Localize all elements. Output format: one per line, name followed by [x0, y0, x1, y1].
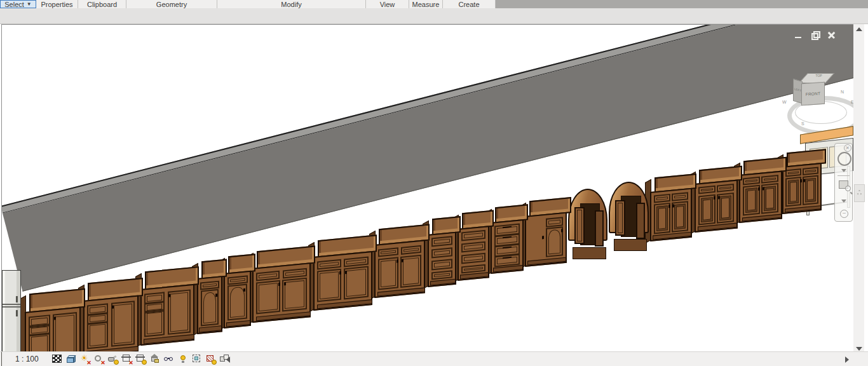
cabinet-drawer-door-base[interactable]	[140, 267, 194, 347]
cabinet-double-door-base[interactable]	[313, 235, 372, 312]
scroll-down-icon[interactable]	[856, 347, 862, 351]
cabinet-panel	[53, 312, 77, 351]
show-crop-region-icon[interactable]	[135, 353, 147, 365]
cabinet-front	[313, 251, 372, 311]
curved-cabinet-door	[615, 200, 625, 236]
cabinet-front	[491, 219, 524, 274]
cabinet-panel	[87, 320, 108, 348]
cabinet-panel	[378, 247, 398, 257]
wheel-options-chevron-down-icon[interactable]	[841, 169, 846, 172]
ribbon-panel-label: Geometry	[156, 1, 187, 8]
cabinet-raised-panel-double-base[interactable]	[782, 149, 822, 215]
minimize-icon[interactable]	[794, 31, 803, 39]
cabinet-panel	[401, 245, 422, 255]
cabinet-panel	[803, 167, 818, 175]
cabinet-raised-panel-double-base[interactable]	[739, 158, 782, 225]
view-window-controls	[794, 31, 836, 39]
cabinet-panel	[400, 255, 421, 288]
ribbon-panel-geometry[interactable]: Geometry	[126, 0, 217, 8]
cabinet-panel	[743, 177, 760, 185]
cabinet-panel	[168, 290, 191, 336]
cabinet-narrow-door-base[interactable]	[197, 259, 222, 336]
detail-level-icon[interactable]	[51, 353, 63, 365]
zoom-region-icon[interactable]	[839, 180, 848, 189]
reveal-hidden-elements-icon[interactable]	[177, 353, 189, 365]
cabinet-front	[525, 212, 567, 267]
scroll-left-icon[interactable]	[226, 356, 230, 363]
cabinet-raised-panel-double-base[interactable]	[695, 166, 738, 234]
ribbon-panel-label: Create	[458, 1, 479, 8]
cabinet-handle	[542, 236, 544, 239]
cabinet-drawer-stack-base[interactable]	[458, 210, 489, 282]
cabinet-handle	[284, 283, 286, 286]
view-scale-button[interactable]: 1 : 100	[11, 354, 43, 364]
cabinet-handle	[345, 271, 347, 274]
cabinet-handle	[54, 316, 56, 320]
vertical-scroll-thumb[interactable]	[854, 184, 865, 202]
cabinet-drawer-door-base[interactable]	[83, 278, 139, 351]
cabinet-curved-corner-base[interactable]	[568, 189, 607, 259]
cabinet-panel	[698, 186, 715, 194]
vertical-scrollbar[interactable]	[853, 24, 864, 354]
cabinet-drawer-stack-handles-base[interactable]	[491, 205, 524, 275]
cabinet-drawer-stack-base[interactable]	[428, 216, 456, 288]
navigation-wheel-icon[interactable]	[837, 152, 851, 166]
cabinet-handle	[278, 283, 280, 286]
drawing-area: NESW TOP LEFT FRONT ✕ –	[1, 24, 853, 351]
zoom-options-chevron-down-icon[interactable]	[841, 200, 846, 203]
ribbon-panel-view[interactable]: View	[366, 0, 409, 8]
sun-path-off-icon[interactable]: ☀✕	[79, 353, 91, 365]
ribbon-panel-select[interactable]: Select ▼	[0, 0, 36, 8]
cabinet-handle	[112, 305, 114, 308]
cabinet-panel	[29, 332, 50, 351]
cabinet-panel	[672, 193, 688, 201]
cabinet-panel	[344, 256, 368, 267]
cabinet-handle	[168, 294, 170, 297]
cabinet-tall-white-unit[interactable]	[2, 270, 21, 351]
ribbon-panel-create[interactable]: Create	[443, 0, 496, 8]
ribbon-panel-clipboard[interactable]: Clipboard	[78, 0, 126, 8]
navigation-bar: ✕ –	[834, 143, 853, 222]
ribbon-panel-label: Clipboard	[87, 1, 117, 8]
scroll-up-icon[interactable]	[856, 27, 862, 31]
cabinet-raised-panel-double-base[interactable]	[650, 174, 692, 243]
curved-cabinet-door	[574, 207, 585, 244]
viewcube-front-face[interactable]: FRONT	[801, 82, 825, 106]
cabinet-plinth	[199, 326, 221, 333]
ribbon-panel-measure[interactable]: Measure	[409, 0, 443, 8]
cabinet-double-door-base[interactable]	[374, 224, 425, 299]
cabinet-panel	[431, 247, 453, 258]
temporary-view-properties-icon[interactable]	[191, 353, 203, 365]
cabinet-panel	[283, 268, 307, 279]
view-control-icons: ☀✕✕ ✕	[51, 353, 231, 365]
cabinet-drawer-door-base[interactable]	[25, 288, 81, 351]
cabinet-narrow-door-base[interactable]	[224, 254, 251, 330]
shadows-off-icon[interactable]: ✕	[93, 353, 105, 365]
cabinet-panel	[344, 266, 369, 299]
cabinet-panel	[282, 278, 306, 312]
cabinet-front	[374, 240, 425, 298]
navbar-close-icon[interactable]: ✕	[844, 144, 851, 152]
cabinet-handle	[763, 187, 764, 190]
show-rendering-dialog-icon[interactable]	[107, 353, 119, 365]
ribbon-panel-properties[interactable]: Properties	[36, 0, 78, 8]
ribbon-panel-label: Modify	[281, 1, 301, 8]
cabinet-blind-corner-door-base[interactable]	[525, 198, 567, 268]
close-icon[interactable]	[827, 31, 836, 39]
cabinet-handle	[668, 205, 670, 208]
temporary-hide-isolate-icon[interactable]	[163, 353, 175, 365]
crop-view-off-icon[interactable]: ✕	[121, 353, 133, 365]
unlocked-3d-view-icon[interactable]	[149, 353, 161, 365]
visual-style-icon[interactable]	[65, 353, 77, 365]
cabinet-panel	[317, 268, 341, 302]
cabinet-handle	[561, 229, 563, 233]
scroll-right-icon[interactable]	[845, 356, 849, 363]
restore-icon[interactable]	[811, 31, 819, 39]
zoom-out-icon[interactable]: –	[840, 210, 848, 218]
cabinet-handle	[714, 196, 715, 200]
ribbon-panel-modify[interactable]: Modify	[217, 0, 366, 8]
cabinet-front	[224, 271, 251, 329]
show-analytical-model-icon[interactable]	[205, 353, 217, 365]
cabinet-curved-corner-base[interactable]	[609, 182, 649, 251]
cabinet-double-door-base[interactable]	[252, 246, 311, 324]
